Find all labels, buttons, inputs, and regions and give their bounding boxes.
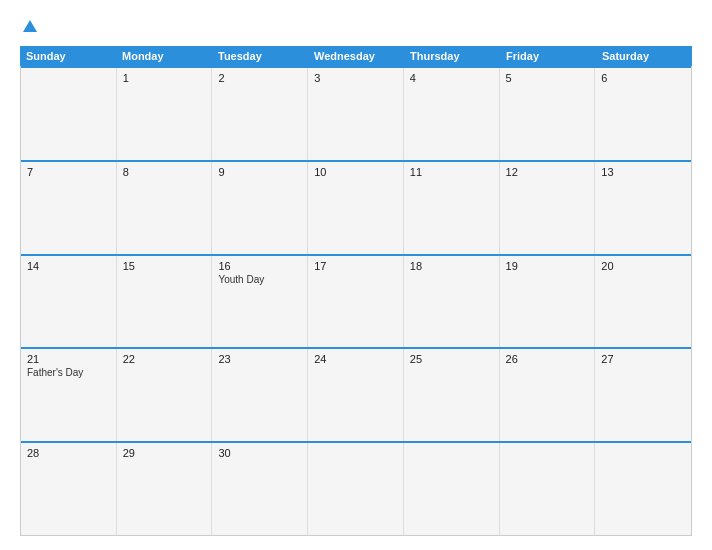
day-number: 27 (601, 353, 685, 365)
cal-cell: 4 (404, 68, 500, 160)
days-header: SundayMondayTuesdayWednesdayThursdayFrid… (20, 46, 692, 66)
cal-cell: 23 (212, 349, 308, 441)
day-number: 17 (314, 260, 397, 272)
day-number: 21 (27, 353, 110, 365)
day-number: 8 (123, 166, 206, 178)
header (20, 18, 692, 36)
cal-cell: 20 (595, 256, 691, 348)
day-number: 11 (410, 166, 493, 178)
cal-cell: 25 (404, 349, 500, 441)
cal-cell: 1 (117, 68, 213, 160)
day-number: 12 (506, 166, 589, 178)
calendar-body: 12345678910111213141516Youth Day17181920… (20, 66, 692, 536)
day-number: 1 (123, 72, 206, 84)
cal-cell: 17 (308, 256, 404, 348)
day-number: 2 (218, 72, 301, 84)
week-row-1: 123456 (21, 66, 691, 160)
day-header-monday: Monday (116, 46, 212, 66)
day-number: 16 (218, 260, 301, 272)
cal-cell: 9 (212, 162, 308, 254)
day-number: 20 (601, 260, 685, 272)
logo-icon (21, 18, 39, 36)
week-row-2: 78910111213 (21, 160, 691, 254)
day-number: 23 (218, 353, 301, 365)
day-number: 19 (506, 260, 589, 272)
cal-cell: 29 (117, 443, 213, 535)
day-event: Youth Day (218, 274, 301, 285)
calendar-page: SundayMondayTuesdayWednesdayThursdayFrid… (0, 0, 712, 550)
cal-cell: 19 (500, 256, 596, 348)
cal-cell (500, 443, 596, 535)
cal-cell: 30 (212, 443, 308, 535)
day-number: 25 (410, 353, 493, 365)
cal-cell: 10 (308, 162, 404, 254)
day-number: 5 (506, 72, 589, 84)
svg-marker-0 (23, 20, 37, 32)
day-header-saturday: Saturday (596, 46, 692, 66)
week-row-3: 141516Youth Day17181920 (21, 254, 691, 348)
day-number: 18 (410, 260, 493, 272)
day-header-sunday: Sunday (20, 46, 116, 66)
cal-cell: 6 (595, 68, 691, 160)
day-number: 14 (27, 260, 110, 272)
cal-cell: 3 (308, 68, 404, 160)
cal-cell: 28 (21, 443, 117, 535)
day-number: 7 (27, 166, 110, 178)
cal-cell (404, 443, 500, 535)
day-header-tuesday: Tuesday (212, 46, 308, 66)
day-event: Father's Day (27, 367, 110, 378)
logo (20, 18, 39, 36)
cal-cell: 5 (500, 68, 596, 160)
cal-cell: 2 (212, 68, 308, 160)
cal-cell (308, 443, 404, 535)
week-row-4: 21Father's Day222324252627 (21, 347, 691, 441)
day-number: 22 (123, 353, 206, 365)
day-number: 4 (410, 72, 493, 84)
calendar: SundayMondayTuesdayWednesdayThursdayFrid… (20, 46, 692, 536)
day-number: 26 (506, 353, 589, 365)
cal-cell: 21Father's Day (21, 349, 117, 441)
cal-cell: 22 (117, 349, 213, 441)
cal-cell: 8 (117, 162, 213, 254)
cal-cell: 7 (21, 162, 117, 254)
day-number: 10 (314, 166, 397, 178)
cal-cell: 11 (404, 162, 500, 254)
day-header-thursday: Thursday (404, 46, 500, 66)
cal-cell (595, 443, 691, 535)
day-number: 9 (218, 166, 301, 178)
cal-cell: 13 (595, 162, 691, 254)
day-number: 30 (218, 447, 301, 459)
cal-cell: 15 (117, 256, 213, 348)
cal-cell: 27 (595, 349, 691, 441)
cal-cell (21, 68, 117, 160)
cal-cell: 14 (21, 256, 117, 348)
day-number: 28 (27, 447, 110, 459)
day-number: 24 (314, 353, 397, 365)
cal-cell: 12 (500, 162, 596, 254)
cal-cell: 18 (404, 256, 500, 348)
cal-cell: 16Youth Day (212, 256, 308, 348)
day-number: 3 (314, 72, 397, 84)
day-number: 6 (601, 72, 685, 84)
cal-cell: 24 (308, 349, 404, 441)
cal-cell: 26 (500, 349, 596, 441)
week-row-5: 282930 (21, 441, 691, 535)
day-number: 29 (123, 447, 206, 459)
day-number: 15 (123, 260, 206, 272)
day-header-friday: Friday (500, 46, 596, 66)
day-header-wednesday: Wednesday (308, 46, 404, 66)
day-number: 13 (601, 166, 685, 178)
